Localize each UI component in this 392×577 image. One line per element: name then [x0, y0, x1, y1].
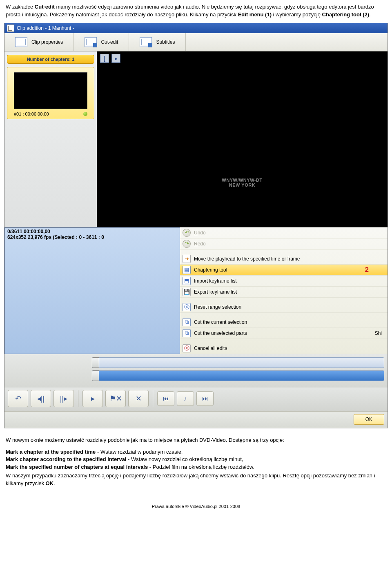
titlebar: Clip addition - 1 Manhunt -: [4, 23, 388, 33]
chapters-count-badge: Number of chapters: 1: [7, 55, 94, 64]
mark-in-icon[interactable]: [: [100, 54, 109, 63]
text: .: [369, 11, 371, 18]
document-icon: [15, 37, 27, 47]
timeline: [4, 354, 388, 388]
tab-label: Subtitles: [156, 39, 175, 45]
text: .: [53, 480, 55, 486]
text-bold: Chaptering tool (2): [322, 11, 370, 18]
chapter-thumbnail[interactable]: #01 : 00:00:00,00: [7, 67, 94, 119]
import-icon: ⬒: [183, 277, 191, 285]
video-preview: [ ▸ WNYW/WNYW-DT NEW YORK: [97, 51, 388, 227]
track-handle[interactable]: [92, 357, 99, 368]
subtitles-icon: [140, 37, 152, 47]
text-bold: OK: [46, 480, 54, 486]
thumbnail-image: [14, 72, 87, 109]
btn-skip-forward[interactable]: ⏭: [196, 391, 214, 406]
menu-undo[interactable]: ↶Undo: [180, 227, 388, 238]
menu-move-playhead[interactable]: ➜Move the playhead to the specified time…: [180, 254, 388, 265]
chapter-icon: ▤: [183, 266, 191, 274]
text: W naszym przypadku zaznaczamy trzecią op…: [6, 472, 375, 486]
cut-edit-icon: [85, 37, 97, 47]
btn-flag-remove[interactable]: ⚑✕: [105, 390, 126, 407]
menu-export-keyframe[interactable]: 💾Export keyframe list: [180, 287, 388, 298]
text: W zakładce: [6, 4, 35, 10]
tab-label: Clip properties: [31, 39, 63, 45]
sidebar: Number of chapters: 1 #01 : 00:00:00,00: [4, 51, 97, 227]
watermark-text: WNYW/WNYW-DT: [222, 178, 262, 183]
track-handle[interactable]: [92, 370, 99, 381]
btn-step-back[interactable]: ◂||: [31, 390, 51, 407]
cut-icon: ⧉: [183, 318, 191, 326]
menu-reset-range[interactable]: ⓧReset range selection: [180, 302, 388, 313]
undo-icon: ↶: [183, 229, 191, 237]
save-icon: 💾: [183, 288, 191, 296]
text-bold: Mark a chapter at the specified time: [6, 449, 96, 455]
tab-cut-edit[interactable]: Cut-edit: [74, 33, 129, 51]
tab-bar: Clip properties Cut-edit Subtitles: [4, 33, 388, 51]
info-time: 0/3611 00:00:00,00: [7, 229, 177, 234]
menu-cut-current[interactable]: ⧉Cut the current selection: [180, 317, 388, 328]
intro-text: W zakładce Cut-edit mamy możliwość edycj…: [0, 0, 392, 19]
menu-cancel-edits[interactable]: ⓧCancel all edits: [180, 343, 388, 354]
tab-subtitles[interactable]: Subtitles: [129, 33, 186, 51]
btn-step-forward[interactable]: ||▸: [53, 390, 74, 407]
cancel-icon: ⓧ: [183, 344, 191, 352]
goto-icon: ➜: [183, 255, 191, 263]
toolbar: ↶ ◂|| ||▸ ▸ ⚑✕ ✕ ⏮ ♪ ⏭: [4, 388, 388, 411]
annotation-2: 2: [365, 266, 385, 274]
app-icon: [7, 25, 14, 32]
btn-flag[interactable]: ▸: [82, 390, 103, 407]
text-bold: Mark the specified number of chapters at…: [6, 464, 148, 470]
menu-import-keyframe[interactable]: ⬒Import keyframe list: [180, 276, 388, 287]
timeline-track-selection[interactable]: [92, 370, 384, 381]
window-title: Clip addition - 1 Manhunt -: [17, 25, 74, 31]
text-bold: Mark chapter according to the specified …: [6, 456, 126, 462]
btn-delete[interactable]: ✕: [128, 390, 149, 407]
menu-cut-unselected[interactable]: ⧉Cut the unselected partsShi: [180, 328, 388, 339]
text: i wybieramy pozycję: [272, 11, 322, 18]
flag-icon[interactable]: ▸: [111, 54, 120, 63]
btn-audio[interactable]: ♪: [177, 391, 194, 406]
tab-clip-properties[interactable]: Clip properties: [4, 33, 74, 51]
timeline-track-top[interactable]: [92, 357, 384, 368]
text-bold: Cut-edit: [35, 4, 55, 10]
watermark-text: NEW YORK: [222, 183, 262, 187]
text-bold: Edit menu (1): [238, 11, 272, 18]
text: - Wstaw nowy rozdział co określoną liczb…: [126, 456, 243, 462]
app-window: Clip addition - 1 Manhunt - Clip propert…: [4, 23, 388, 428]
btn-skip-back[interactable]: ⏮: [157, 391, 174, 406]
redo-icon: ↷: [183, 240, 191, 248]
reset-icon: ⓧ: [183, 303, 191, 311]
cut-icon: ⧉: [183, 329, 191, 337]
edit-menu: ↶Undo ↷Redo ➜Move the playhead to the sp…: [180, 227, 388, 354]
info-resolution: 624x352 23,976 fps (Selected : 0 - 3611 …: [7, 234, 177, 240]
text: - Wstaw rozdział w podanym czasie,: [96, 449, 183, 455]
clip-info: 0/3611 00:00:00,00 624x352 23,976 fps (S…: [4, 227, 180, 354]
menu-chaptering-tool[interactable]: ▤Chaptering tool2: [180, 265, 388, 276]
menu-redo[interactable]: ↷Redo: [180, 238, 388, 250]
tab-label: Cut-edit: [101, 39, 118, 45]
text: - Podziel film na określoną liczbę rozdz…: [148, 464, 254, 470]
thumbnail-label: #01 : 00:00:00,00: [14, 111, 49, 116]
footer: Prawa autorskie © VideoAudio.pl 2001-200…: [0, 492, 392, 515]
ok-button[interactable]: OK: [354, 414, 384, 425]
outro-text: W nowym oknie możemy ustawić rozdziały p…: [0, 431, 392, 488]
btn-loop[interactable]: ↶: [8, 390, 28, 407]
text: W nowym oknie możemy ustawić rozdziały p…: [6, 437, 386, 444]
status-dot-icon: [83, 112, 87, 116]
